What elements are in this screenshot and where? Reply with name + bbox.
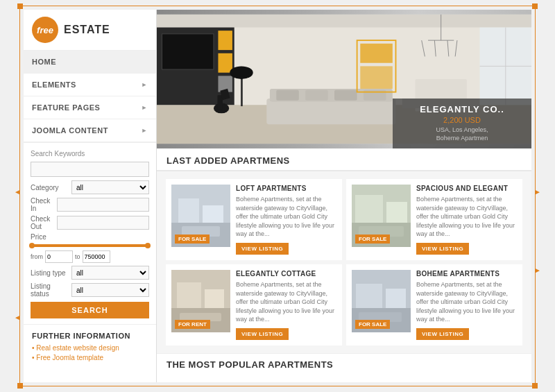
view-btn-0[interactable]: VIEW LISTING — [236, 243, 289, 255]
listing-status-select[interactable]: all — [71, 283, 149, 297]
apt-thumb-3: FOR SALE — [352, 270, 411, 332]
price-row: Price from to — [31, 233, 149, 263]
further-title: FURTHER INFORMATION — [32, 332, 148, 340]
further-link-1[interactable]: Free Joomla template — [32, 354, 148, 361]
hero-name: Boheme Apartmen — [404, 134, 520, 143]
corner-tr — [532, 3, 538, 9]
hero-section: ELEGANTLY CO.. 2,200 USD USA, Los Angele… — [157, 10, 531, 148]
arrow-right-lower: ► — [534, 266, 541, 274]
checkin-row: Check In — [31, 197, 149, 212]
price-slider-thumb-left[interactable] — [29, 243, 35, 248]
svg-rect-36 — [178, 198, 199, 223]
hero-overlay: ELEGANTLY CO.. 2,200 USD USA, Los Angele… — [393, 99, 531, 148]
apartments-grid: FOR SALE LOFT APARTMENTS Boheme Apartmen… — [157, 171, 531, 353]
most-popular-title: THE MOST POPULAR APARTMENTS — [157, 353, 531, 375]
price-slider-thumb-right[interactable] — [145, 243, 151, 248]
svg-rect-18 — [334, 90, 357, 101]
view-btn-2[interactable]: VIEW LISTING — [236, 328, 289, 340]
nav-joomla-arrow: ► — [142, 127, 148, 134]
apt-card-3: FOR SALE BOHEME APARTMENTS Boheme Apartm… — [346, 264, 522, 346]
view-btn-3[interactable]: VIEW LISTING — [416, 328, 469, 340]
listing-type-label: Listing type — [31, 269, 69, 277]
nav-home[interactable]: HOME — [24, 51, 156, 74]
svg-rect-4 — [162, 34, 213, 69]
search-button[interactable]: SEARCH — [31, 302, 149, 318]
checkout-label: Check Out — [31, 215, 54, 230]
apt-name-3: BOHEME APARTMENTS — [416, 270, 517, 278]
category-row: Category all — [31, 180, 149, 194]
further-link-0[interactable]: Real estate website design — [32, 344, 148, 352]
main-content: ELEGANTLY CO.. 2,200 USD USA, Los Angele… — [157, 10, 531, 382]
apt-desc-2: Boheme Apartments, set at the waterside … — [236, 280, 336, 324]
apt-name-0: LOFT APARTMENTS — [236, 185, 336, 192]
svg-rect-52 — [386, 289, 406, 308]
nav-joomla[interactable]: JOOMLA CONTENT ► — [24, 119, 156, 142]
svg-rect-47 — [205, 289, 224, 308]
svg-rect-14 — [266, 99, 395, 124]
price-slider-track — [31, 244, 149, 247]
hero-location: USA, Los Angeles, — [404, 126, 520, 135]
svg-rect-32 — [360, 44, 393, 63]
hero-price: 2,200 USD — [404, 116, 520, 124]
apt-desc-1: Boheme Apartments, set at the waterside … — [416, 195, 517, 239]
corner-br — [532, 383, 538, 389]
hero-title: ELEGANTLY CO.. — [404, 104, 520, 114]
logo-icon: free — [32, 17, 58, 43]
nav-feature-arrow: ► — [142, 104, 148, 111]
apt-thumb-2: FOR RENT — [171, 270, 230, 332]
svg-rect-7 — [218, 53, 232, 73]
apt-thumb-0: FOR SALE — [171, 185, 230, 247]
apt-desc-0: Boheme Apartments, set at the waterside … — [236, 195, 336, 239]
svg-rect-41 — [355, 195, 383, 223]
svg-rect-16 — [276, 90, 299, 101]
corner-bl — [17, 383, 23, 389]
arrow-left-mid: ◄ — [14, 188, 21, 196]
border-left — [19, 6, 20, 386]
from-label: from — [31, 253, 43, 260]
search-keywords-label: Search Keywords — [31, 150, 149, 157]
apt-desc-3: Boheme Apartments, set at the waterside … — [416, 280, 517, 324]
to-label: to — [75, 253, 80, 260]
main-wrapper: free ESTATE HOME ELEMENTS ► FEATURE PAGE… — [24, 10, 531, 382]
apt-badge-3: FOR SALE — [355, 320, 390, 329]
corner-tl — [17, 3, 23, 9]
svg-rect-17 — [305, 90, 328, 101]
checkout-input[interactable] — [57, 216, 149, 230]
category-select[interactable]: all — [71, 180, 149, 194]
apt-info-3: BOHEME APARTMENTS Boheme Apartments, set… — [416, 270, 517, 340]
border-top — [19, 6, 536, 6]
apt-name-2: ELEGANTLY COTTAGE — [236, 270, 336, 278]
arrow-right-mid: ► — [534, 188, 541, 196]
arrow-left-lower: ◄ — [14, 314, 21, 321]
checkin-input[interactable] — [57, 198, 149, 212]
view-btn-1[interactable]: VIEW LISTING — [416, 243, 469, 255]
price-from-input[interactable] — [45, 250, 73, 263]
apt-info-2: ELEGANTLY COTTAGE Boheme Apartments, set… — [236, 270, 336, 340]
search-panel: Search Keywords Category all Check In Ch… — [24, 143, 156, 325]
listing-status-label: Listing status — [31, 282, 69, 298]
listing-type-select[interactable]: all — [71, 266, 149, 280]
listing-status-row: Listing status all — [31, 282, 149, 298]
apt-name-1: SPACIOUS AND ELEGANT — [416, 185, 517, 192]
border-right — [535, 6, 536, 386]
logo-text: ESTATE — [64, 24, 110, 36]
svg-rect-51 — [356, 284, 382, 308]
nav-elements[interactable]: ELEMENTS ► — [24, 74, 156, 96]
category-label: Category — [31, 184, 69, 191]
price-to-input[interactable] — [83, 250, 110, 263]
apt-badge-0: FOR SALE — [175, 235, 210, 244]
checkin-label: Check In — [31, 197, 54, 212]
price-label: Price — [31, 233, 149, 241]
listing-type-row: Listing type all — [31, 266, 149, 280]
apt-badge-1: FOR SALE — [355, 235, 390, 244]
nav-feature-pages[interactable]: FEATURE PAGES ► — [24, 96, 156, 119]
price-range: from to — [31, 250, 149, 263]
svg-rect-33 — [360, 66, 393, 89]
border-bottom — [19, 386, 536, 386]
sidebar: free ESTATE HOME ELEMENTS ► FEATURE PAGE… — [24, 10, 157, 382]
nav-menu: HOME ELEMENTS ► FEATURE PAGES ► JOOMLA C… — [24, 51, 156, 143]
search-keywords-input[interactable] — [31, 162, 149, 177]
price-slider-fill — [31, 244, 149, 247]
svg-rect-6 — [218, 31, 232, 50]
checkout-row: Check Out — [31, 215, 149, 230]
